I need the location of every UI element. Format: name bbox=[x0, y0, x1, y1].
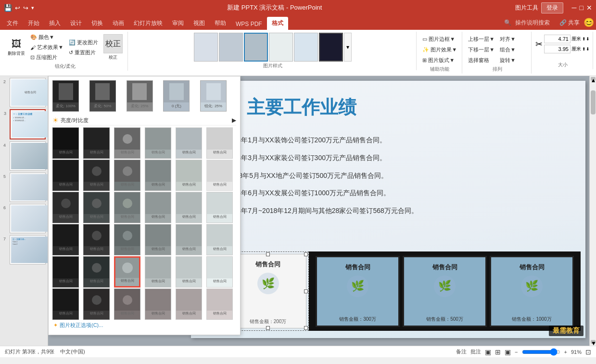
maximize-button[interactable]: □ bbox=[580, 4, 583, 12]
tab-format[interactable]: 格式 bbox=[267, 17, 288, 30]
tab-slideshow[interactable]: 幻灯片放映 bbox=[129, 17, 167, 30]
slide-thumb-4[interactable]: 4 bbox=[10, 141, 46, 171]
handle-mr[interactable] bbox=[304, 289, 308, 293]
brightness-item[interactable]: 销售合同 bbox=[206, 192, 233, 223]
zoom-in-button[interactable]: + bbox=[564, 349, 567, 355]
comments-button[interactable]: 批注 bbox=[470, 348, 481, 355]
picture-border-button[interactable]: ▭ 图片边框▼ bbox=[420, 35, 459, 44]
brightness-item[interactable]: 销售合同 bbox=[206, 289, 233, 320]
selection-pane-button[interactable]: 选择窗格 bbox=[466, 56, 496, 65]
style-1[interactable] bbox=[194, 33, 218, 62]
zoom-slider[interactable] bbox=[522, 348, 560, 356]
compress-button[interactable]: ⊡ 压缩图片 bbox=[28, 53, 65, 62]
brightness-item[interactable]: 销售合同 bbox=[206, 224, 233, 255]
brightness-item[interactable]: 销售合同 bbox=[52, 127, 79, 159]
sharpen-25[interactable]: 锐化: 25% bbox=[200, 80, 227, 112]
brightness-item[interactable]: 销售合同 bbox=[206, 127, 233, 159]
style-6[interactable] bbox=[319, 33, 343, 62]
undo-icon[interactable]: ↩ bbox=[15, 4, 20, 12]
brightness-item[interactable]: 销售合同 bbox=[145, 127, 171, 159]
slide-thumb-2[interactable]: 2 销售合同 bbox=[10, 78, 46, 107]
height-input[interactable] bbox=[544, 35, 571, 43]
height-spinner[interactable]: ⬆⬇ bbox=[582, 37, 590, 41]
slide-thumb-7[interactable]: 7 三：主要工作... • item 1 • item 2 bbox=[10, 235, 46, 264]
slide-thumb-5[interactable]: 5 bbox=[10, 173, 46, 202]
style-2[interactable] bbox=[219, 33, 243, 62]
brightness-item[interactable]: 销售合同 bbox=[114, 160, 140, 191]
contract-card-2[interactable]: 销售合同 🌿 销售金额：300万 bbox=[316, 256, 400, 327]
tab-animations[interactable]: 动画 bbox=[108, 17, 129, 30]
scroll-up-arrow[interactable]: ▲ bbox=[591, 77, 596, 81]
handle-bc[interactable] bbox=[266, 326, 270, 330]
change-picture-button[interactable]: 🔄 更改图片 bbox=[67, 38, 100, 47]
normal-0[interactable]: 0 (无) bbox=[163, 80, 190, 112]
crop-button[interactable]: ✂ bbox=[535, 39, 543, 50]
expand-arrow[interactable]: ▶ bbox=[232, 117, 236, 124]
picture-effect-button[interactable]: ✨ 图片效果▼ bbox=[420, 45, 459, 54]
handle-tc[interactable] bbox=[266, 252, 270, 256]
align-button[interactable]: 对齐▼ bbox=[498, 35, 528, 44]
picture-layout-button[interactable]: ⊞ 图片版式▼ bbox=[420, 56, 459, 65]
brightness-item[interactable]: 销售合同 bbox=[114, 224, 140, 255]
reset-picture-button[interactable]: ↺ 重置图片 bbox=[67, 48, 100, 57]
tab-review[interactable]: 审阅 bbox=[167, 17, 189, 30]
brightness-item[interactable]: 销售合同 bbox=[83, 224, 110, 255]
share-button[interactable]: 🔗 共享 bbox=[559, 19, 580, 27]
send-backward-button[interactable]: 下移一层▼ bbox=[466, 45, 496, 54]
brightness-item[interactable]: 销售合同 bbox=[114, 127, 140, 159]
contract-card-3[interactable]: 销售合同 🌿 销售金额：500万 bbox=[403, 256, 487, 327]
tab-file[interactable]: 文件 bbox=[2, 17, 23, 30]
width-input[interactable] bbox=[544, 45, 571, 53]
brightness-item[interactable]: 销售合同 bbox=[83, 256, 110, 288]
remove-background-button[interactable]: 🖼 删除背景 bbox=[6, 37, 27, 58]
brightness-item[interactable]: 销售合同 bbox=[176, 127, 202, 159]
tab-design[interactable]: 设计 bbox=[65, 17, 87, 30]
art-effect-button[interactable]: 🖌 艺术效果▼ bbox=[28, 43, 65, 52]
brightness-item[interactable]: 销售合同 bbox=[176, 256, 202, 288]
brightness-item[interactable]: 销售合同 bbox=[52, 256, 79, 288]
soften-25[interactable]: 柔化: 25% bbox=[127, 80, 153, 112]
brightness-item[interactable]: 销售合同 bbox=[176, 224, 202, 255]
brightness-item[interactable]: 销售合同 bbox=[145, 192, 171, 223]
scrollbar-vertical[interactable]: ▲ ▼ bbox=[589, 76, 596, 346]
brightness-item[interactable]: 销售合同 bbox=[52, 160, 79, 191]
redo-icon[interactable]: ↪ bbox=[23, 4, 28, 12]
brightness-item[interactable]: 销售合同 bbox=[206, 160, 233, 191]
correction-button[interactable]: 校正 校正 bbox=[101, 33, 125, 62]
group-button[interactable]: 组合▼ bbox=[498, 45, 528, 54]
brightness-item[interactable]: 销售合同 bbox=[83, 289, 110, 320]
rotate-button[interactable]: 旋转▼ bbox=[498, 56, 528, 65]
zoom-out-button[interactable]: − bbox=[515, 349, 518, 355]
brightness-item[interactable]: 销售合同 bbox=[83, 160, 110, 191]
style-4[interactable] bbox=[269, 33, 293, 62]
brightness-item[interactable]: 销售合同 bbox=[114, 192, 140, 223]
contract-card-1[interactable]: 销售合同 🌿 销售金额：200万 bbox=[229, 254, 306, 328]
tab-wpspdf[interactable]: WPS PDF bbox=[231, 18, 267, 30]
close-button[interactable]: ✕ bbox=[586, 4, 592, 12]
brightness-item[interactable]: 销售合同 bbox=[145, 289, 171, 320]
tab-view[interactable]: 视图 bbox=[189, 17, 210, 30]
brightness-item[interactable]: 销售合同 bbox=[176, 160, 202, 191]
brightness-item[interactable]: 销售合同 bbox=[52, 289, 79, 320]
view-grid-button[interactable]: ⊞ bbox=[495, 348, 501, 356]
login-button[interactable]: 登录 bbox=[541, 2, 563, 13]
brightness-item[interactable]: 销售合同 bbox=[145, 224, 171, 255]
scroll-thumb[interactable] bbox=[591, 90, 596, 114]
soften-100[interactable]: 柔化: 100% bbox=[52, 80, 79, 112]
view-normal-button[interactable]: ▣ bbox=[485, 348, 491, 356]
brightness-item[interactable]: 销售合同 bbox=[52, 224, 79, 255]
slide-thumb-3[interactable]: 3 一：主要工作业绩 ✓ 2018年1月... ✓ 2018年3月... bbox=[10, 109, 46, 139]
fit-window-button[interactable]: ⊡ bbox=[585, 348, 591, 356]
style-3[interactable] bbox=[244, 33, 268, 62]
scroll-down-arrow[interactable]: ▼ bbox=[591, 340, 596, 344]
handle-tr[interactable] bbox=[304, 252, 308, 256]
color-button[interactable]: 🎨 颜色▼ bbox=[28, 33, 65, 42]
handle-br[interactable] bbox=[304, 326, 308, 330]
notes-button[interactable]: 备注 bbox=[456, 348, 467, 355]
tab-home[interactable]: 开始 bbox=[23, 17, 44, 30]
brightness-item[interactable]: 销售合同 bbox=[176, 289, 202, 320]
brightness-item[interactable]: 销售合同 bbox=[145, 160, 171, 191]
brightness-item[interactable]: 销售合同 bbox=[145, 256, 171, 288]
correction-option-link[interactable]: ✦ 图片校正选项(C)... bbox=[52, 320, 236, 331]
brightness-item[interactable]: 销售合同 bbox=[52, 192, 79, 223]
